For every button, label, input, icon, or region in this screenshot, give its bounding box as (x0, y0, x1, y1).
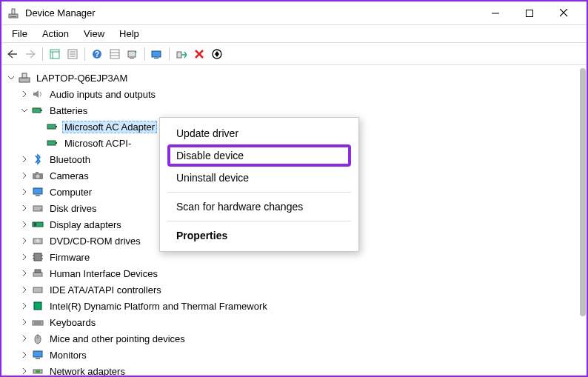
svg-rect-51 (33, 287, 42, 293)
device-manager-window: Device Manager File Action View Help ? (0, 0, 588, 377)
dvd-icon (31, 234, 44, 247)
svg-rect-26 (22, 73, 27, 78)
uninstall-device-button[interactable] (191, 46, 207, 62)
tree-label: Batteries (47, 104, 90, 117)
enable-device-button[interactable] (173, 46, 190, 62)
show-hidden-button[interactable] (47, 46, 63, 62)
help-button[interactable]: ? (89, 46, 105, 62)
tree-label: Audio inputs and outputs (47, 88, 158, 101)
maximize-button[interactable] (512, 2, 547, 24)
ide-icon (31, 283, 44, 296)
disk-icon (31, 201, 44, 215)
chevron-down-icon[interactable] (6, 73, 16, 83)
ctx-uninstall-device[interactable]: Uninstall device (160, 167, 358, 189)
hid-icon (31, 267, 44, 280)
chevron-right-icon[interactable] (19, 333, 30, 344)
svg-rect-0 (9, 14, 18, 18)
chevron-right-icon[interactable] (19, 154, 30, 164)
context-menu: Update driver Disable device Uninstall d… (159, 117, 359, 252)
svg-text:?: ? (95, 50, 99, 59)
chevron-right-icon[interactable] (19, 203, 30, 213)
ctx-properties[interactable]: Properties (160, 224, 358, 247)
tree-node-batteries[interactable]: Batteries (6, 102, 584, 119)
tree-label: Computer (47, 186, 94, 198)
vertical-scrollbar[interactable] (580, 68, 586, 316)
menu-help[interactable]: Help (112, 27, 147, 41)
battery-icon (46, 136, 59, 150)
disable-device-button[interactable] (209, 46, 225, 62)
window-title: Device Manager (25, 7, 478, 19)
svg-rect-41 (34, 223, 36, 226)
chevron-right-icon[interactable] (19, 187, 30, 197)
list-button[interactable] (107, 46, 123, 62)
svg-rect-2 (10, 16, 16, 17)
toolbar: ? (1, 43, 587, 65)
tree-node-keyboards[interactable]: Keyboards (6, 314, 584, 330)
menu-file[interactable]: File (4, 27, 35, 41)
forward-button[interactable] (22, 46, 39, 62)
back-button[interactable] (4, 46, 21, 62)
svg-rect-23 (177, 52, 181, 58)
tree-node-intel[interactable]: Intel(R) Dynamic Platform and Thermal Fr… (6, 298, 584, 314)
tree-label: Monitors (47, 349, 89, 361)
tree-root[interactable]: LAPTOP-Q6EJP3AM (6, 70, 584, 86)
chevron-right-icon[interactable] (19, 268, 30, 278)
svg-rect-20 (130, 58, 134, 59)
tree-node-network[interactable]: Network adapters (6, 363, 584, 376)
svg-rect-22 (154, 58, 158, 59)
ctx-update-driver[interactable]: Update driver (160, 122, 358, 144)
chevron-right-icon[interactable] (19, 252, 30, 262)
scan-hardware-button[interactable] (124, 46, 141, 62)
ctx-separator (167, 221, 351, 221)
chevron-right-icon[interactable] (19, 219, 30, 230)
chevron-right-icon[interactable] (19, 236, 30, 246)
minimize-button[interactable] (478, 2, 512, 24)
tree-label: DVD/CD-ROM drives (47, 235, 143, 247)
properties-button[interactable] (64, 46, 81, 62)
svg-rect-52 (34, 302, 41, 310)
svg-rect-44 (34, 253, 41, 261)
tree-label: Network adapters (47, 365, 127, 376)
menu-view[interactable]: View (76, 27, 112, 41)
svg-rect-49 (33, 273, 42, 276)
toolbar-separator (42, 47, 43, 61)
battery-icon (31, 104, 44, 117)
tree-node-ide[interactable]: IDE ATA/ATAPI controllers (6, 281, 584, 298)
content-area: LAPTOP-Q6EJP3AM Audio inputs and outputs… (1, 65, 587, 376)
titlebar: Device Manager (1, 1, 587, 25)
ctx-scan-hardware[interactable]: Scan for hardware changes (160, 196, 358, 218)
chevron-right-icon[interactable] (19, 301, 30, 311)
chevron-right-icon[interactable] (19, 89, 30, 99)
chip-icon (31, 250, 44, 264)
update-driver-button[interactable] (149, 46, 165, 62)
tree-label: Cameras (47, 170, 91, 182)
menu-action[interactable]: Action (35, 27, 76, 41)
toolbar-separator (144, 47, 145, 61)
svg-rect-29 (47, 124, 56, 129)
close-button[interactable] (547, 2, 581, 24)
chevron-right-icon[interactable] (19, 170, 30, 181)
tree-label: Human Interface Devices (47, 267, 160, 280)
tree-node-hid[interactable]: Human Interface Devices (6, 265, 584, 281)
svg-point-34 (36, 175, 40, 179)
svg-rect-37 (36, 195, 40, 196)
svg-rect-16 (110, 50, 119, 59)
svg-rect-31 (47, 141, 56, 145)
app-icon (7, 7, 19, 19)
chevron-right-icon[interactable] (19, 366, 30, 376)
chevron-down-icon[interactable] (19, 105, 30, 116)
ctx-disable-device[interactable]: Disable device (176, 150, 342, 161)
window-controls (478, 2, 581, 24)
svg-rect-36 (33, 188, 42, 194)
tree-label: Disk drives (47, 202, 99, 215)
tree-node-audio[interactable]: Audio inputs and outputs (6, 86, 584, 102)
chevron-right-icon[interactable] (19, 284, 30, 295)
chevron-right-icon[interactable] (19, 350, 30, 360)
tree-node-monitors[interactable]: Monitors (6, 347, 584, 363)
intel-chip-icon (31, 299, 44, 313)
svg-point-43 (36, 239, 40, 243)
svg-rect-4 (527, 10, 533, 16)
tree-node-mice[interactable]: Mice and other pointing devices (6, 330, 584, 347)
computer-icon (18, 71, 31, 84)
chevron-right-icon[interactable] (19, 317, 30, 327)
